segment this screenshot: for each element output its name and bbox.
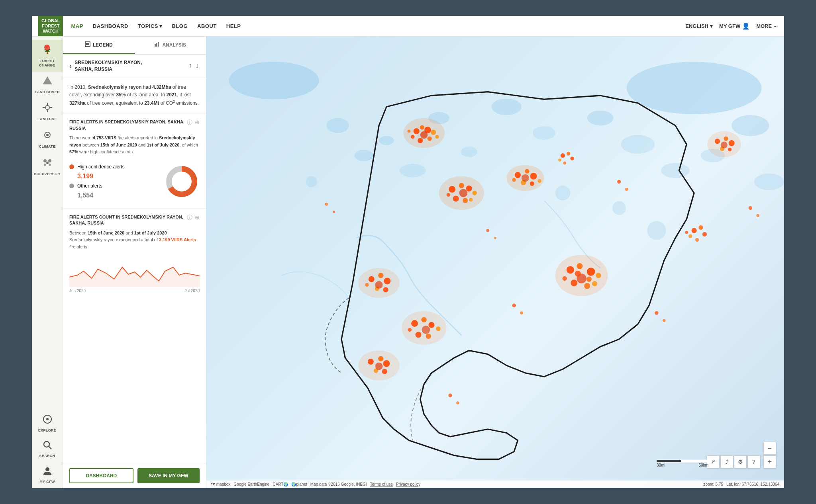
save-button[interactable]: SAVE IN MY GFW [137, 468, 200, 483]
info-icon[interactable]: ⓘ [187, 119, 192, 126]
explore-icon [42, 414, 53, 427]
svg-point-131 [729, 140, 735, 146]
sidebar-item-search[interactable]: SEARCH [32, 436, 63, 462]
terms-link[interactable]: Terms of use [370, 482, 393, 486]
nav-map[interactable]: MAP [71, 23, 83, 29]
svg-point-65 [466, 186, 472, 191]
nav-dashboard[interactable]: DASHBOARD [93, 23, 128, 29]
sidebar-item-explore[interactable]: EXPLORE [32, 410, 63, 437]
count-info-icon[interactable]: ⓘ [187, 214, 192, 221]
svg-rect-25 [156, 43, 157, 47]
carto-logo: CART🌍 [273, 482, 288, 486]
notification-badge: ! [44, 45, 50, 50]
download-icon[interactable]: ⤓ [195, 63, 200, 69]
nav-blog[interactable]: BLOG [172, 23, 188, 29]
svg-point-68 [463, 198, 468, 203]
zoom-out-button[interactable]: − [763, 442, 776, 455]
summary-box: In 2010, Srednekolymskiy rayon had 4.32M… [63, 78, 206, 113]
svg-point-61 [420, 131, 428, 139]
svg-rect-24 [155, 44, 156, 47]
tab-legend[interactable]: LEGEND [63, 37, 135, 54]
left-sidebar: ! FOREST CHANGE LAND COVER [32, 37, 63, 488]
svg-point-84 [570, 156, 574, 160]
sidebar-item-biodiversity[interactable]: BIODIVERSITY [32, 153, 63, 180]
settings-button[interactable]: ⚙ [734, 455, 747, 468]
logo[interactable]: GLOBAL FOREST WATCH [38, 16, 63, 37]
svg-point-17 [46, 418, 49, 420]
svg-point-70 [469, 198, 473, 201]
nav-help[interactable]: HELP [226, 23, 241, 29]
other-alerts-value: 1,554 [77, 192, 156, 199]
count-widget-header: FIRE ALERTS COUNT IN SREDNEKOLYMSKIY RAY… [69, 214, 200, 227]
map-attribution: 🗺 mapbox Google EarthEngine CART🌍 🌍plane… [206, 481, 784, 488]
expand-icon[interactable]: ⊕ [195, 119, 200, 126]
svg-point-12 [48, 159, 51, 162]
my-gfw-nav[interactable]: MY GFW 👤 [719, 22, 750, 30]
svg-point-82 [567, 152, 570, 155]
svg-rect-2 [47, 52, 48, 54]
sidebar-item-land-use[interactable]: LAND USE [32, 98, 63, 125]
share-icon[interactable]: ⤴ [189, 63, 192, 69]
ellipsis-icon: ··· [773, 23, 778, 29]
widget-header: FIRE ALERTS IN SREDNEKOLYMSKIY RAYON, SA… [69, 119, 200, 131]
sidebar-item-climate[interactable]: CLIMATE [32, 125, 63, 153]
svg-point-126 [695, 238, 699, 242]
back-button[interactable]: ‹ [69, 63, 71, 70]
nav-about[interactable]: ABOUT [197, 23, 217, 29]
svg-point-14 [49, 164, 51, 166]
nav-topics[interactable]: TOPICS ▾ [138, 23, 163, 29]
help-button[interactable]: ? [747, 455, 760, 468]
svg-point-145 [448, 394, 452, 397]
map-controls: − + [763, 442, 776, 468]
svg-point-148 [756, 214, 759, 217]
sidebar-label-forest-change: FOREST CHANGE [33, 59, 61, 68]
region-title: SREDNEKOLYMSKIY RAYON, SAKHA, RUSSIA [75, 59, 186, 73]
svg-point-80 [522, 174, 529, 182]
svg-point-133 [728, 148, 732, 151]
sidebar-item-land-cover[interactable]: LAND COVER [32, 72, 63, 98]
timeline-start: Jun 2020 [69, 289, 86, 293]
fire-alerts-widget: FIRE ALERTS IN SREDNEKOLYMSKIY RAYON, SA… [63, 113, 206, 208]
svg-point-99 [415, 332, 421, 338]
svg-point-92 [365, 283, 369, 287]
privacy-link[interactable]: Privacy policy [396, 482, 420, 486]
chevron-down-icon: ▾ [710, 23, 713, 29]
svg-point-75 [530, 173, 537, 180]
svg-point-93 [375, 281, 383, 289]
land-use-icon [42, 102, 53, 115]
count-widget-text: Between 15th of June 2020 and 1st of Jul… [69, 230, 200, 251]
svg-point-91 [383, 287, 388, 292]
more-menu[interactable]: MORE ··· [756, 23, 778, 29]
zoom-in-button[interactable]: + [763, 455, 776, 468]
svg-point-110 [563, 276, 567, 281]
svg-point-71 [459, 189, 468, 197]
share-map-button[interactable]: ⤴ [720, 455, 733, 468]
svg-point-57 [428, 137, 432, 141]
svg-point-109 [584, 283, 590, 289]
svg-point-77 [530, 182, 534, 186]
region-header: ‹ SREDNEKOLYMSKIY RAYON, SAKHA, RUSSIA ⤴… [63, 55, 206, 78]
svg-point-48 [555, 186, 571, 201]
sidebar-item-my-gfw[interactable]: MY GFW [32, 462, 63, 488]
tab-analysis[interactable]: ANALYSIS [135, 37, 206, 54]
svg-point-15 [46, 162, 49, 164]
map-area[interactable]: − + ⤢ ⤴ ⚙ ? 30mi 50km [206, 37, 784, 488]
language-selector[interactable]: ENGLISH ▾ [685, 23, 713, 29]
svg-point-11 [43, 159, 47, 162]
sidebar-label-land-use: LAND USE [37, 117, 57, 121]
svg-point-88 [378, 273, 383, 278]
svg-point-32 [627, 62, 762, 114]
count-expand-icon[interactable]: ⊕ [195, 214, 200, 221]
svg-point-129 [715, 139, 720, 144]
dashboard-button[interactable]: DASHBOARD [69, 468, 133, 483]
search-icon [43, 440, 52, 452]
attribution-text: Map data ©2016 Google, INEGI [310, 482, 367, 486]
main-content: ! FOREST CHANGE LAND COVER [32, 37, 784, 488]
svg-point-111 [592, 281, 597, 286]
svg-point-107 [596, 273, 601, 278]
legend-items: High confidence alerts 3,199 Other alert… [69, 164, 156, 199]
svg-point-56 [411, 135, 414, 139]
high-confidence-label: High confidence alerts [77, 164, 125, 170]
sidebar-item-forest-change[interactable]: ! FOREST CHANGE [32, 40, 63, 72]
svg-point-81 [561, 153, 565, 158]
